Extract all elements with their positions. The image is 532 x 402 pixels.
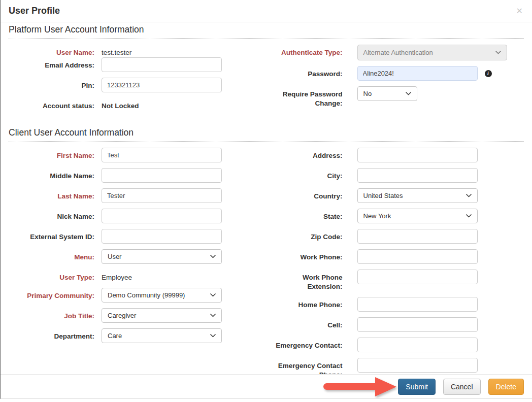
emergency-contact-phone-input[interactable] (357, 358, 478, 373)
require-password-change-select[interactable]: No (357, 86, 417, 101)
last-name-input[interactable] (102, 188, 222, 203)
job-title-select[interactable]: Caregiver (102, 308, 222, 323)
user-name-value: test.tester (102, 45, 131, 57)
external-system-id-row: External System ID: (9, 229, 267, 244)
chevron-down-icon (210, 255, 216, 258)
authenticate-type-select[interactable]: Alternate Authentication (357, 45, 507, 60)
external-system-id-input[interactable] (102, 229, 222, 244)
authenticate-type-row: Authenticate Type: Alternate Authenticat… (267, 45, 524, 60)
work-phone-extension-row: Work Phone Extension: (267, 270, 524, 291)
user-type-row: User Type: Employee (9, 270, 267, 282)
dialog-header: User Profile ✕ (1, 0, 532, 22)
department-value: Care (108, 332, 122, 340)
chevron-down-icon (210, 293, 216, 297)
external-system-id-label: External System ID: (9, 229, 94, 242)
arrow-head-icon (375, 377, 396, 396)
emergency-contact-input[interactable] (357, 338, 478, 352)
nick-name-input[interactable] (102, 209, 222, 223)
primary-community-row: Primary Community: Demo Community (99999… (9, 288, 267, 303)
menu-label: Menu: (9, 249, 94, 262)
user-type-label: User Type: (9, 270, 94, 282)
address-input[interactable] (357, 148, 478, 162)
job-title-label: Job Title: (9, 308, 94, 321)
zip-code-row: Zip Code: (267, 229, 524, 244)
city-input[interactable] (357, 168, 478, 183)
country-label: Country: (267, 188, 343, 201)
delete-button[interactable]: Delete (488, 379, 524, 395)
cancel-button[interactable]: Cancel (443, 379, 481, 395)
first-name-row: First Name: (9, 148, 267, 162)
country-select[interactable]: United States (357, 188, 478, 203)
pin-input[interactable] (102, 78, 222, 92)
primary-community-select[interactable]: Demo Community (99999) (102, 288, 222, 303)
work-phone-label: Work Phone: (267, 249, 343, 262)
last-name-label: Last Name: (9, 188, 94, 201)
country-value: United States (363, 192, 403, 199)
cell-label: Cell: (267, 317, 343, 330)
email-input[interactable] (102, 57, 222, 72)
email-label: Email Address: (9, 57, 94, 70)
emergency-contact-label: Emergency Contact: (267, 338, 343, 350)
state-row: State: New York (267, 209, 524, 223)
chevron-down-icon (495, 51, 501, 54)
platform-section: User Name: test.tester Email Address: Pi… (9, 45, 524, 116)
cell-row: Cell: (267, 317, 524, 332)
cell-input[interactable] (357, 317, 478, 332)
menu-select[interactable]: User (102, 249, 222, 264)
state-label: State: (267, 209, 343, 221)
authenticate-type-value: Alternate Authentication (363, 49, 433, 56)
work-phone-extension-label: Work Phone Extension: (267, 270, 343, 291)
user-name-label: User Name: (9, 45, 94, 57)
menu-value: User (108, 253, 121, 260)
pin-label: Pin: (9, 78, 94, 90)
middle-name-row: Middle Name: (9, 168, 267, 183)
state-value: New York (363, 212, 391, 220)
user-profile-dialog: User Profile ✕ Platform User Account Inf… (0, 0, 532, 399)
work-phone-extension-input[interactable] (357, 270, 478, 284)
arrow-shaft (323, 383, 375, 390)
chevron-down-icon (466, 194, 472, 197)
zip-code-input[interactable] (357, 229, 478, 244)
job-title-row: Job Title: Caregiver (9, 308, 267, 323)
address-label: Address: (267, 148, 343, 160)
job-title-value: Caregiver (108, 312, 136, 319)
email-row: Email Address: (9, 57, 267, 72)
close-icon[interactable]: ✕ (516, 7, 523, 15)
menu-row: Menu: User (9, 249, 267, 264)
middle-name-input[interactable] (102, 168, 222, 183)
require-password-change-label: Require Password Change: (267, 86, 343, 108)
require-password-change-row: Require Password Change: No (267, 86, 524, 108)
home-phone-row: Home Phone: (267, 297, 524, 312)
last-name-row: Last Name: (9, 188, 267, 203)
chevron-down-icon (210, 314, 216, 317)
home-phone-input[interactable] (357, 297, 478, 312)
pin-row: Pin: (9, 78, 267, 92)
account-status-value: Not Locked (102, 98, 139, 111)
account-status-row: Account status: Not Locked (9, 98, 267, 111)
submit-button[interactable]: Submit (398, 379, 436, 395)
info-icon[interactable]: i (485, 70, 492, 77)
password-row: Password: i (267, 66, 524, 81)
platform-section-heading: Platform User Account Information (9, 24, 524, 39)
work-phone-input[interactable] (357, 249, 478, 264)
user-type-value: Employee (102, 270, 132, 282)
primary-community-label: Primary Community: (9, 288, 94, 300)
work-phone-row: Work Phone: (267, 249, 524, 264)
require-password-change-value: No (363, 90, 372, 97)
state-select[interactable]: New York (357, 209, 478, 223)
first-name-input[interactable] (102, 148, 222, 162)
password-label: Password: (267, 66, 343, 79)
nick-name-label: Nick Name: (9, 209, 94, 221)
dialog-title: User Profile (9, 6, 60, 16)
country-row: Country: United States (267, 188, 524, 203)
zip-code-label: Zip Code: (267, 229, 343, 242)
first-name-label: First Name: (9, 148, 94, 160)
department-select[interactable]: Care (102, 328, 222, 343)
password-input[interactable] (357, 66, 478, 81)
dialog-footer: Submit Cancel Delete (1, 374, 532, 398)
city-row: City: (267, 168, 524, 183)
middle-name-label: Middle Name: (9, 168, 94, 181)
address-row: Address: (267, 148, 524, 162)
account-status-label: Account status: (9, 98, 94, 111)
dialog-body: Platform User Account Information User N… (1, 22, 532, 385)
